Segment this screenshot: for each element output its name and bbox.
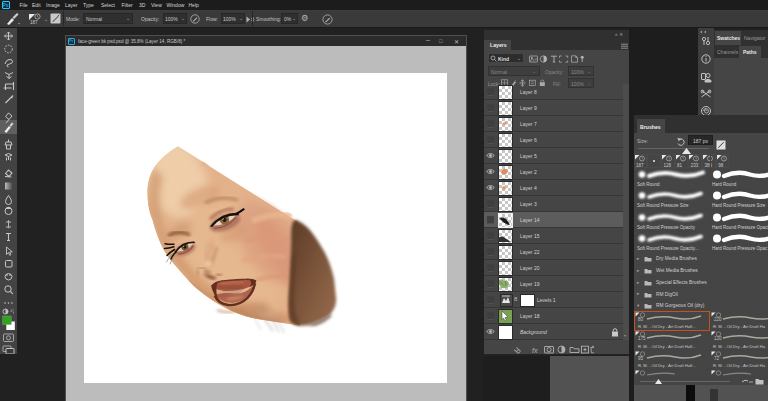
- svg-text:Soft Round Pressure Opacity: Soft Round Pressure Opacity: [637, 225, 696, 230]
- svg-text:Soft Round: Soft Round: [637, 182, 660, 187]
- svg-text:72: 72: [714, 356, 719, 361]
- svg-text:Hard Round: Hard Round: [712, 182, 737, 187]
- svg-text:fx: fx: [532, 347, 538, 354]
- svg-text:175: 175: [638, 337, 646, 342]
- svg-text:95: 95: [638, 356, 643, 361]
- svg-text:220: 220: [714, 317, 722, 322]
- svg-text:Soft Round Pressure Opacity...: Soft Round Pressure Opacity...: [637, 246, 698, 251]
- svg-text:120: 120: [714, 337, 722, 342]
- svg-text:Hard Round Pressure Opac: Hard Round Pressure Opac: [712, 246, 768, 251]
- svg-text:Hard Round Pressure Size: Hard Round Pressure Size: [712, 204, 766, 209]
- svg-text:Hard Round Pressure Opacit: Hard Round Pressure Opacit: [712, 225, 768, 230]
- svg-text:Soft Round Pressure Size: Soft Round Pressure Size: [637, 204, 689, 209]
